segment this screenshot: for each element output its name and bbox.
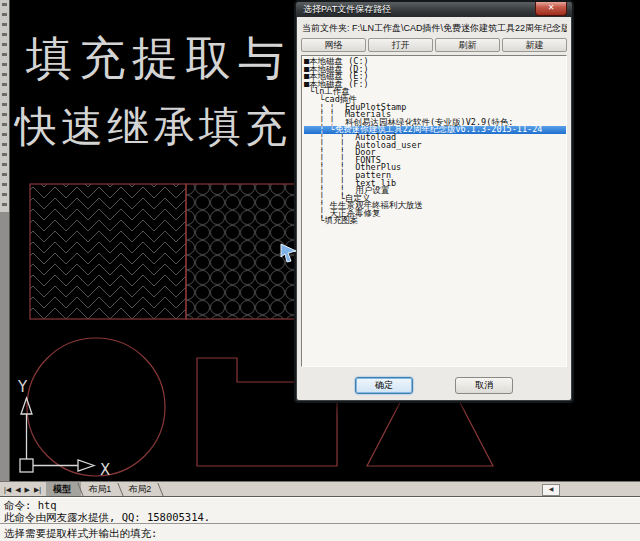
close-icon: ✕ [548,3,555,12]
tab-nav-button[interactable]: ◀ [13,483,22,496]
dialog-toolbar: 网络打开刷新新建 [301,38,567,52]
dialog-titlebar[interactable]: 选择PAT文件保存路径 ✕ [296,2,572,17]
command-history-line1: 命令: htq [4,499,636,511]
current-folder-row: 当前文件夹: F:\LN工作盘\CAD插件\免费迷你建筑工具22周年纪念版 [301,20,567,38]
dialog-toolbar-button[interactable]: 网络 [301,38,366,52]
tabbar-scroll-button[interactable]: ◀ [542,484,560,496]
ucs-y-label: Y [17,378,28,396]
toolbar-icon-slivers [2,3,7,208]
dialog-toolbar-button[interactable]: 刷新 [435,38,500,52]
tree-item[interactable]: └填充图案 [304,217,566,225]
layout-tabs: 模型布局1布局2 [46,482,161,496]
cancel-button[interactable]: 取消 [455,377,513,394]
current-folder-path: F:\LN工作盘\CAD插件\免费迷你建筑工具22周年纪念版 [352,23,567,33]
pat-save-path-dialog: 选择PAT文件保存路径 ✕ 当前文件夹: F:\LN工作盘\CAD插件\免费迷你… [294,0,574,403]
cad-title-line1: 填充提取与 [25,31,291,85]
cad-title-line2: 快速继承填充 [13,102,291,151]
tabbar-scroll-left-icon: ◀ [549,486,554,492]
current-folder-label: 当前文件夹: [302,23,350,33]
tab-nav-buttons: |◀◀▶▶| [2,483,43,496]
tab-nav-button[interactable]: ▶| [32,483,43,496]
command-history: 命令: htq 此命令由网友露水提供, QQ: 158005314. [0,497,640,524]
layout-tab[interactable]: 布局2 [121,482,161,496]
mouse-cursor-icon [278,240,298,264]
ucs-x-label: X [100,461,110,479]
command-prompt[interactable]: 选择需要提取样式并输出的填充: [0,524,640,539]
ok-button[interactable]: 确定 [355,377,413,394]
tab-nav-button[interactable]: ▶ [23,483,32,496]
dialog-footer: 确定 取消 [301,377,567,394]
tab-nav-button[interactable]: |◀ [2,483,13,496]
docked-toolbar-edge[interactable] [0,0,10,481]
layout-tab[interactable]: 布局1 [81,482,121,496]
command-history-line2: 此命令由网友露水提供, QQ: 158005314. [4,511,636,523]
folder-tree[interactable]: ■本地磁盘 (C:)■本地磁盘 (D:)■本地磁盘 (E:)■本地磁盘 (F:)… [301,55,567,367]
dialog-body: 当前文件夹: F:\LN工作盘\CAD插件\免费迷你建筑工具22周年纪念版 网络… [297,17,571,400]
dialog-toolbar-button[interactable]: 打开 [368,38,433,52]
layout-tabbar: |◀◀▶▶| 模型布局1布局2 ◀ [0,481,640,496]
layout-tab[interactable]: 模型 [46,482,81,496]
dialog-title: 选择PAT文件保存路径 [296,2,572,17]
command-line-area[interactable]: 命令: htq 此命令由网友露水提供, QQ: 158005314. 选择需要提… [0,496,640,541]
dialog-toolbar-button[interactable]: 新建 [502,38,567,52]
close-button[interactable]: ✕ [535,2,567,16]
tree-item-label: └填充图案 [304,215,358,225]
